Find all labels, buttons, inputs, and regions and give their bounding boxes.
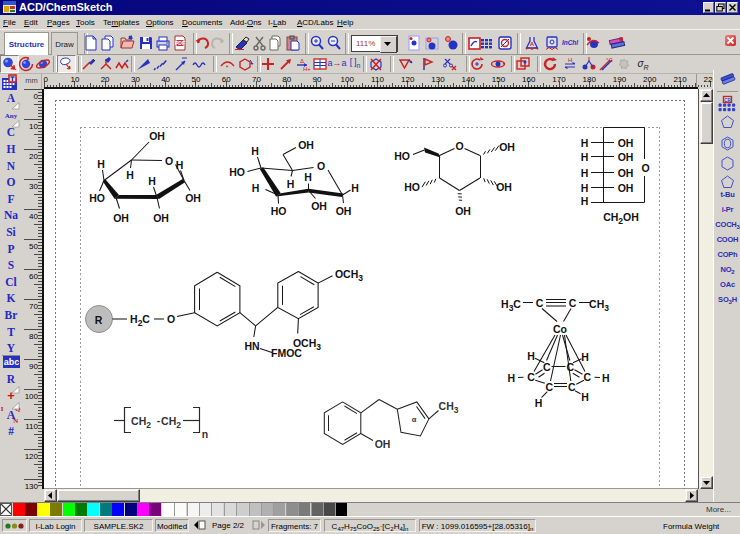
svg-text:HN: HN — [244, 340, 259, 352]
svg-text:OH: OH — [185, 192, 201, 204]
svg-text:CH2: CH2 — [131, 415, 151, 430]
svg-text:OH: OH — [153, 212, 169, 224]
svg-text:110: 110 — [25, 422, 38, 431]
svg-text:CR: CR — [724, 98, 731, 103]
svg-text:OH: OH — [618, 167, 634, 179]
svg-text:n: n — [202, 428, 208, 440]
svg-text:O: O — [165, 155, 173, 167]
svg-text:HO: HO — [229, 166, 245, 178]
svg-text:H: H — [148, 175, 156, 187]
svg-text:H: H — [176, 159, 184, 171]
svg-text:HO: HO — [404, 181, 420, 193]
svg-text:H: H — [351, 182, 359, 194]
svg-text:160: 160 — [522, 75, 536, 84]
svg-text:C: C — [527, 371, 535, 383]
svg-text:PDF: PDF — [175, 40, 185, 46]
svg-text:OH: OH — [618, 137, 634, 149]
svg-text:OH: OH — [336, 205, 352, 217]
svg-text:Co: Co — [553, 323, 567, 335]
svg-text:50: 50 — [191, 75, 200, 84]
svg-text:Δ: Δ — [300, 58, 304, 64]
svg-text:H: H — [535, 397, 543, 409]
svg-text:OH: OH — [496, 181, 512, 193]
svg-text:HO: HO — [89, 192, 105, 204]
svg-text:CH2OH: CH2OH — [603, 211, 639, 226]
svg-text:CH3: CH3 — [439, 400, 459, 415]
svg-text:C: C — [536, 297, 544, 309]
svg-text:170: 170 — [552, 75, 566, 84]
svg-text:*: * — [225, 64, 228, 71]
svg-text:H: H — [581, 151, 589, 163]
svg-text:O: O — [455, 140, 463, 152]
svg-text:OH: OH — [618, 151, 634, 163]
svg-text:H: H — [581, 351, 589, 363]
svg-text:°C: °C — [606, 57, 613, 63]
svg-text:C: C — [567, 361, 575, 373]
svg-text:120: 120 — [25, 452, 39, 461]
svg-text:H: H — [304, 171, 312, 183]
svg-text:H: H — [252, 182, 260, 194]
svg-text:OH: OH — [113, 212, 129, 224]
svg-text:20: 20 — [29, 152, 38, 161]
svg-text:FMOC: FMOC — [271, 347, 302, 359]
svg-text:40: 40 — [29, 212, 38, 221]
svg-text:H: H — [581, 137, 589, 149]
svg-text:CH3: CH3 — [589, 298, 609, 313]
svg-text:C: C — [584, 371, 592, 383]
svg-text:150: 150 — [492, 75, 506, 84]
svg-text:OH: OH — [618, 182, 634, 194]
svg-text:H: H — [508, 372, 516, 384]
svg-text:70: 70 — [29, 302, 38, 311]
svg-text:OCH3: OCH3 — [335, 268, 363, 283]
svg-text:50: 50 — [29, 242, 38, 251]
svg-text:H: H — [126, 169, 134, 181]
svg-text:OH: OH — [499, 141, 515, 153]
svg-text:100: 100 — [25, 392, 39, 401]
svg-text:C: C — [546, 381, 554, 393]
svg-text:H: H — [602, 372, 610, 384]
svg-text:C: C — [543, 361, 551, 373]
svg-text:O: O — [641, 162, 649, 174]
svg-text:H2C: H2C — [130, 313, 150, 328]
svg-text:CH2: CH2 — [161, 415, 181, 430]
svg-text:210: 210 — [673, 75, 687, 84]
svg-text:60: 60 — [222, 75, 231, 84]
svg-text:H: H — [527, 350, 535, 362]
svg-text:H: H — [581, 167, 589, 179]
svg-text:C: C — [569, 297, 577, 309]
svg-text:20: 20 — [101, 75, 110, 84]
svg-text:110: 110 — [371, 75, 384, 84]
svg-text:R: R — [95, 314, 103, 326]
svg-text:130: 130 — [431, 75, 445, 84]
svg-text:A: A — [530, 41, 535, 47]
svg-text:90: 90 — [29, 362, 38, 371]
svg-text:H+: H+ — [303, 66, 311, 72]
svg-text:190: 190 — [613, 75, 627, 84]
svg-text:OH: OH — [149, 130, 165, 142]
svg-text:H3C: H3C — [501, 298, 521, 313]
svg-text:O: O — [167, 313, 175, 325]
svg-text:80: 80 — [29, 332, 38, 341]
svg-text:40: 40 — [161, 75, 170, 84]
svg-text:60: 60 — [29, 272, 38, 281]
svg-text:OH: OH — [298, 139, 314, 151]
svg-text:HO: HO — [394, 150, 410, 162]
svg-text:H: H — [568, 57, 572, 63]
svg-text:H: H — [251, 145, 259, 157]
svg-text:80: 80 — [282, 75, 291, 84]
svg-text:100: 100 — [341, 75, 355, 84]
svg-text:H: H — [97, 158, 105, 170]
svg-text:H: H — [581, 195, 589, 207]
svg-text:10: 10 — [70, 75, 79, 84]
svg-text:0: 0 — [34, 92, 39, 101]
svg-text:O: O — [317, 160, 325, 172]
svg-text:C: C — [568, 381, 576, 393]
svg-text:10: 10 — [29, 122, 38, 131]
svg-text:120: 120 — [401, 75, 415, 84]
svg-text:30: 30 — [131, 75, 140, 84]
svg-text:OH: OH — [455, 205, 471, 217]
svg-text:OH: OH — [375, 438, 391, 450]
svg-text:180: 180 — [583, 75, 597, 84]
svg-text:OH: OH — [311, 200, 327, 212]
svg-text:0: 0 — [44, 75, 49, 84]
